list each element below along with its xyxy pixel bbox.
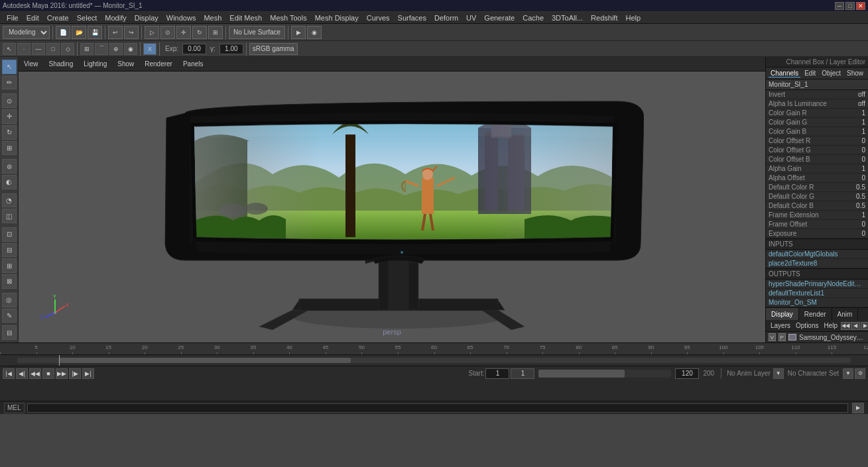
select-mode-btn[interactable]: ↖ [3,43,16,55]
anim-layer-btn[interactable]: ▼ [773,368,784,379]
scale-tool-btn[interactable]: ⊞ [2,141,17,156]
play-back-btn[interactable]: ◀◀ [29,368,41,379]
color-space-label[interactable]: sRGB gamma [249,43,298,55]
menu-display[interactable]: Display [131,12,162,23]
input-defaultColorMgt[interactable]: defaultColorMgtGlobals [766,250,868,259]
current-frame-input[interactable] [511,368,534,379]
snap-point-btn[interactable]: ⊕ [109,43,123,55]
sculpt-btn[interactable]: ◔ [2,193,17,208]
viewport[interactable]: View Shading Lighting Show Renderer Pane… [19,57,765,342]
prop-default-color-b[interactable]: Default Color B 0.5 [766,201,868,211]
universal-manipulator-btn[interactable]: ⊜ [2,159,17,174]
lasso-btn[interactable]: ⊙ [160,26,175,39]
layer-row[interactable]: V P Samsung_Odyssey_G9_Ultraw [766,332,868,342]
layer-nav-next[interactable]: ▶ [861,322,868,330]
prop-alpha-offset[interactable]: Alpha Offset 0 [766,174,868,183]
select-btn[interactable]: ▷ [145,26,159,39]
char-layer-btn[interactable]: ▼ [843,368,853,379]
input-place2dTexture[interactable]: place2dTexture8 [766,259,868,268]
gamma-input[interactable] [219,44,243,54]
menu-help[interactable]: Help [621,12,645,23]
goto-end-btn[interactable]: ▶| [82,368,94,379]
menu-edit-mesh[interactable]: Edit Mesh [225,12,266,23]
layer-nav-prev-prev[interactable]: ◀◀ [841,322,850,330]
vp-lighting-menu[interactable]: Lighting [81,60,109,68]
move-btn[interactable]: ✛ [176,26,191,39]
vp-view-menu[interactable]: View [21,60,41,68]
no-live-surface-btn[interactable]: No Live Surface [229,26,285,39]
exposure-input[interactable] [182,44,206,54]
menu-3dtoall[interactable]: 3DToAll... [548,12,587,23]
paint-select-btn[interactable]: ✏ [2,76,17,90]
prop-color-offset-r[interactable]: Color Offset R 0 [766,136,868,146]
script-execute-btn[interactable]: ▶ [852,403,864,413]
menu-uv[interactable]: UV [462,12,480,23]
stop-btn[interactable]: ■ [42,368,54,379]
render-btn[interactable]: ▶ [291,26,306,39]
object-tab[interactable]: Object [820,70,843,77]
soft-mod-btn[interactable]: ◐ [2,175,17,189]
menu-select[interactable]: Select [73,12,101,23]
anim-tab[interactable]: Anim [832,308,859,320]
menu-modify[interactable]: Modify [101,12,130,23]
move-tool-btn[interactable]: ✛ [2,109,17,124]
prop-frame-offset[interactable]: Frame Offset 0 [766,220,868,229]
prop-default-color-r[interactable]: Default Color R 0.5 [766,183,868,192]
output-defaultTextureList[interactable]: defaultTextureList1 [766,289,868,298]
channels-tab[interactable]: Channels [769,70,800,78]
help-menu[interactable]: Help [822,322,839,329]
crease-btn[interactable]: ⊠ [2,274,17,289]
play-fwd-btn[interactable]: ▶▶ [56,368,68,379]
menu-edit[interactable]: Edit [23,12,43,23]
menu-generate[interactable]: Generate [480,12,519,23]
rotate-tool-btn[interactable]: ↻ [2,125,17,140]
ipr-btn[interactable]: ◉ [307,26,322,39]
prop-color-gain-r[interactable]: Color Gain R 1 [766,109,868,118]
scrub-bar[interactable] [0,355,868,366]
scale-btn[interactable]: ⊞ [208,26,223,39]
undo-btn[interactable]: ↩ [108,26,123,39]
edit-tab[interactable]: Edit [802,70,818,77]
save-btn[interactable]: 💾 [88,26,102,39]
xray-btn[interactable]: X [143,43,156,55]
snap-curve-btn[interactable]: ⌒ [95,43,108,55]
options-menu[interactable]: Options [794,322,820,329]
timeline-ruler[interactable]: 5101520253035404550556065707580859095100… [0,343,868,355]
vp-panels-menu[interactable]: Panels [180,60,206,68]
end-frame-input[interactable] [675,368,699,379]
grid-btn[interactable]: ⊞ [2,258,17,273]
close-button[interactable]: ✕ [856,2,865,10]
snap-surface-btn[interactable]: ◉ [124,43,137,55]
uv-btn[interactable]: ◇ [61,43,74,55]
output-hyperShade[interactable]: hyperShadePrimaryNodeEditorSavedT... [766,280,868,289]
prop-exposure[interactable]: Exposure 0 [766,229,868,238]
annotation-btn[interactable]: ✎ [2,309,17,323]
rivet-btn[interactable]: ◎ [2,293,17,307]
quick-layout-btn[interactable]: ⊟ [2,325,17,340]
prop-default-color-g[interactable]: Default Color G 0.5 [766,192,868,201]
prop-frame-extension[interactable]: Frame Extension 1 [766,211,868,220]
menu-mesh-display[interactable]: Mesh Display [311,12,363,23]
prop-color-offset-g[interactable]: Color Offset G 0 [766,146,868,155]
menu-mesh[interactable]: Mesh [200,12,225,23]
prop-color-gain-g[interactable]: Color Gain G 1 [766,118,868,127]
display-tab[interactable]: Display [766,308,799,320]
minimize-button[interactable]: ─ [835,2,844,10]
prop-alpha-gain[interactable]: Alpha Gain 1 [766,164,868,174]
layers-menu[interactable]: Layers [769,322,792,329]
menu-mesh-tools[interactable]: Mesh Tools [266,12,310,23]
vp-shading-menu[interactable]: Shading [46,60,76,68]
vertex-btn[interactable]: · [17,43,31,55]
open-btn[interactable]: 📂 [72,26,86,39]
prop-color-offset-b[interactable]: Color Offset B 0 [766,155,868,164]
output-monitor-on-sm[interactable]: Monitor_On_SM [766,298,868,307]
rotate-btn[interactable]: ↻ [192,26,207,39]
menu-deform[interactable]: Deform [430,12,462,23]
mode-dropdown[interactable]: Modeling [3,26,50,39]
vp-show-menu[interactable]: Show [115,60,137,68]
goto-start-btn[interactable]: |◀ [3,368,15,379]
edge-btn[interactable]: — [32,43,45,55]
start-frame-input[interactable] [485,368,509,379]
menu-curves[interactable]: Curves [363,12,394,23]
new-scene-btn[interactable]: 📄 [56,26,70,39]
